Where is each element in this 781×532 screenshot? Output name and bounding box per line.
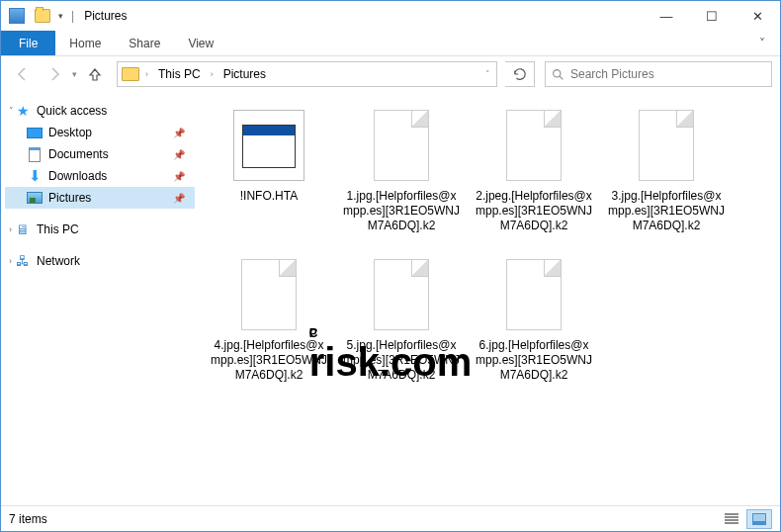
file-item[interactable]: 6.jpg.[Helpforfiles@xmpp.es][3R1EO5WNJM7…	[470, 251, 598, 387]
breadcrumb-thispc[interactable]: This PC	[154, 65, 205, 83]
chevron-right-icon[interactable]: ›	[143, 69, 150, 79]
explorer-icon	[9, 8, 25, 24]
search-input[interactable]	[570, 67, 765, 81]
expand-icon[interactable]: ›	[9, 224, 12, 234]
file-item[interactable]: 5.jpg.[Helpforfiles@xmpp.es][3R1EO5WNJM7…	[337, 251, 466, 387]
breadcrumb-pictures[interactable]: Pictures	[219, 65, 270, 83]
unknown-file-icon	[229, 255, 308, 334]
up-button[interactable]	[81, 60, 109, 88]
sidebar-label: This PC	[37, 222, 79, 236]
address-bar[interactable]: › This PC › Pictures ˅	[117, 61, 497, 87]
ribbon-toggle-icon[interactable]: ˅	[744, 31, 780, 55]
file-view[interactable]: !INFO.HTA1.jpg.[Helpforfiles@xmpp.es][3R…	[199, 92, 780, 501]
desktop-icon	[27, 128, 43, 138]
ribbon: File Home Share View ˅	[1, 31, 780, 56]
sidebar-item-downloads[interactable]: ⬇ Downloads	[5, 165, 195, 187]
file-item[interactable]: 1.jpg.[Helpforfiles@xmpp.es][3R1EO5WNJM7…	[337, 102, 466, 237]
expand-icon[interactable]: ›	[9, 256, 12, 266]
file-item[interactable]: 3.jpg.[Helpforfiles@xmpp.es][3R1EO5WNJM7…	[602, 102, 731, 237]
forward-button[interactable]	[41, 60, 68, 88]
pictures-icon	[27, 192, 43, 204]
close-button[interactable]: ✕	[735, 1, 780, 31]
file-name: 2.jpeg.[Helpforfiles@xmpp.es][3R1EO5WNJM…	[475, 189, 593, 233]
file-name: 6.jpg.[Helpforfiles@xmpp.es][3R1EO5WNJM7…	[475, 338, 593, 383]
navigation-pane: ˅ ★ Quick access Desktop Documents ⬇ Dow…	[1, 92, 199, 501]
sidebar-item-this-pc[interactable]: › 🖥 This PC	[5, 219, 195, 240]
sidebar-label: Pictures	[48, 191, 91, 205]
title-separator: |	[71, 9, 74, 23]
file-name: !INFO.HTA	[240, 189, 298, 204]
tab-view[interactable]: View	[174, 31, 227, 55]
pc-icon: 🖥	[15, 222, 31, 237]
document-icon	[29, 147, 41, 162]
status-bar: 7 items	[1, 505, 780, 531]
titlebar: ▾ | Pictures — ☐ ✕	[1, 1, 780, 31]
window-title: Pictures	[84, 9, 127, 23]
sidebar-label: Network	[37, 254, 80, 268]
file-tab[interactable]: File	[1, 31, 55, 55]
sidebar-item-documents[interactable]: Documents	[5, 143, 195, 165]
back-button[interactable]	[9, 60, 37, 88]
item-count: 7 items	[9, 512, 47, 526]
file-name: 1.jpg.[Helpforfiles@xmpp.es][3R1EO5WNJM7…	[342, 189, 461, 233]
refresh-button[interactable]	[505, 61, 535, 87]
sidebar-item-network[interactable]: › 🖧 Network	[5, 250, 195, 272]
unknown-file-icon	[494, 106, 573, 185]
address-folder-icon	[122, 67, 139, 81]
svg-line-1	[560, 76, 563, 79]
search-box[interactable]	[545, 61, 772, 87]
qat-dropdown-icon[interactable]: ▾	[58, 11, 63, 21]
file-item[interactable]: 4.jpg.[Helpforfiles@xmpp.es][3R1EO5WNJM7…	[205, 251, 333, 387]
sidebar-item-pictures[interactable]: Pictures	[5, 187, 195, 209]
sidebar-label: Desktop	[48, 126, 92, 139]
navigation-bar: ▾ › This PC › Pictures ˅	[1, 56, 780, 92]
folder-icon[interactable]	[35, 9, 50, 23]
unknown-file-icon	[362, 255, 441, 334]
details-view-button[interactable]	[719, 509, 744, 529]
svg-point-0	[554, 69, 561, 76]
sidebar-item-quick-access[interactable]: ˅ ★ Quick access	[5, 100, 195, 122]
star-icon: ★	[15, 103, 31, 119]
file-item[interactable]: 2.jpeg.[Helpforfiles@xmpp.es][3R1EO5WNJM…	[470, 102, 598, 237]
sidebar-label: Quick access	[37, 104, 107, 118]
unknown-file-icon	[362, 106, 441, 185]
quick-access-toolbar: ▾	[31, 9, 67, 23]
sidebar-item-desktop[interactable]: Desktop	[5, 122, 195, 143]
sidebar-label: Downloads	[48, 169, 107, 183]
sidebar-label: Documents	[48, 147, 109, 161]
history-dropdown-icon[interactable]: ▾	[72, 69, 77, 79]
unknown-file-icon	[494, 255, 573, 334]
address-dropdown-icon[interactable]: ˅	[483, 69, 492, 79]
svg-rect-3	[753, 514, 765, 521]
file-name: 5.jpg.[Helpforfiles@xmpp.es][3R1EO5WNJM7…	[342, 338, 461, 383]
file-name: 4.jpg.[Helpforfiles@xmpp.es][3R1EO5WNJM7…	[210, 338, 328, 383]
collapse-icon[interactable]: ˅	[9, 106, 14, 116]
network-icon: 🖧	[15, 253, 31, 269]
large-icons-view-button[interactable]	[746, 509, 772, 529]
download-icon: ⬇	[27, 168, 43, 184]
tab-home[interactable]: Home	[55, 31, 115, 55]
unknown-file-icon	[627, 106, 706, 185]
file-name: 3.jpg.[Helpforfiles@xmpp.es][3R1EO5WNJM7…	[607, 189, 726, 233]
maximize-button[interactable]: ☐	[689, 1, 735, 31]
minimize-button[interactable]: —	[644, 1, 689, 31]
file-item[interactable]: !INFO.HTA	[205, 102, 333, 237]
hta-file-icon	[229, 106, 308, 185]
search-icon	[552, 68, 564, 81]
chevron-right-icon[interactable]: ›	[209, 69, 216, 79]
tab-share[interactable]: Share	[115, 31, 174, 55]
